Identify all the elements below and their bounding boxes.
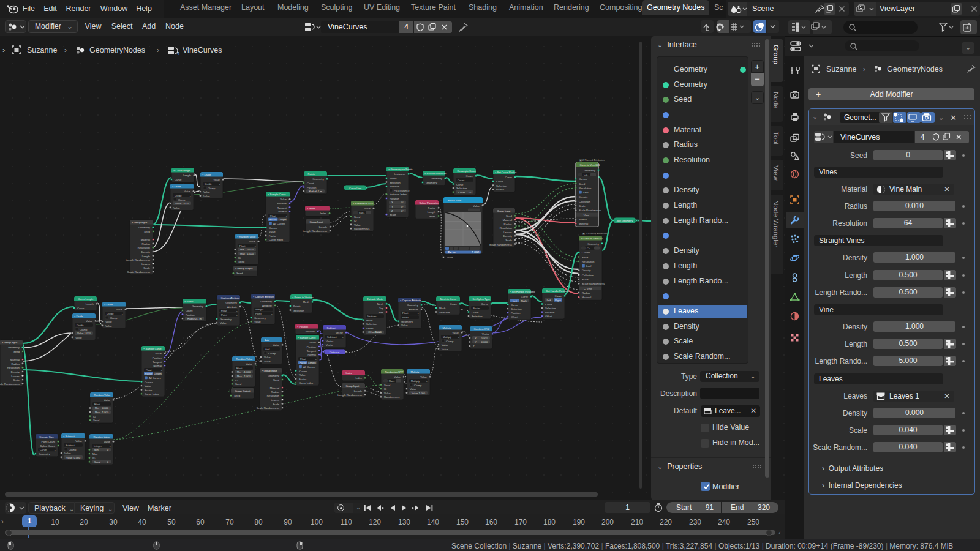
svg-text:Value: Value <box>104 399 110 402</box>
svg-text:Curve: Curve <box>481 302 489 305</box>
svg-text:Resolution: Resolution <box>138 246 151 249</box>
svg-text:Group Output: Group Output <box>238 267 254 270</box>
svg-text:Leaves: Leaves <box>141 263 150 266</box>
svg-text:Material: Material <box>270 386 279 389</box>
svg-text:Scale Randomness: Scale Randomness <box>489 243 512 246</box>
svg-text:-1.000: -1.000 <box>243 370 251 373</box>
svg-text:Position: Position <box>306 330 315 333</box>
svg-text:⌄: ⌄ <box>109 403 111 406</box>
svg-text:Point: Point <box>255 312 262 315</box>
svg-text:▣ 2 Named Attributes: ▣ 2 Named Attributes <box>582 232 608 235</box>
svg-text:Instances: Instances <box>394 173 405 176</box>
svg-text:Length Randomness: Length Randomness <box>126 258 150 261</box>
svg-text:Value: Value <box>66 456 73 459</box>
svg-text:Leaves: Leaves <box>11 375 20 378</box>
svg-text:Curves: Curves <box>582 251 590 254</box>
svg-text:Density: Density <box>503 234 513 238</box>
svg-text:Offset: Offset <box>545 315 552 318</box>
svg-text:0°: 0° <box>401 205 404 208</box>
svg-text:Seed: Seed <box>93 419 100 422</box>
svg-text:Point: Point <box>402 316 409 319</box>
svg-text:Randomness: Randomness <box>384 395 399 399</box>
svg-text:Divide: Divide <box>107 303 114 306</box>
svg-text:⌄: ⌄ <box>74 314 76 317</box>
svg-text:Mesh to Curve: Mesh to Curve <box>440 298 457 301</box>
svg-text:Leaves: Leaves <box>503 231 512 234</box>
svg-text:Value: Value <box>442 343 448 347</box>
svg-text:Curve: Curve <box>175 178 182 181</box>
svg-text:0.1 m: 0.1 m <box>316 190 323 193</box>
svg-text:⌄: ⌄ <box>426 380 428 383</box>
svg-text:Material: Material <box>582 296 591 299</box>
svg-text:Value: Value <box>249 240 255 243</box>
svg-text:Integer: Integer <box>255 308 264 311</box>
svg-text:Value: Value <box>184 190 190 193</box>
svg-text:Radius: Radius <box>579 218 587 221</box>
svg-text:Selection: Selection <box>293 309 304 312</box>
svg-text:Factor: Factor <box>270 218 277 221</box>
svg-text:Curve: Curve <box>496 180 503 183</box>
svg-text:X: X <box>391 201 393 204</box>
svg-text:Radius: Radius <box>187 317 195 320</box>
svg-text:Curve: Curve <box>450 302 458 305</box>
svg-text:Leaves: Leaves <box>271 399 279 402</box>
svg-text:Float: Float <box>221 309 227 312</box>
svg-text:Mesh: Mesh <box>439 307 446 310</box>
svg-text:⌄: ⌄ <box>471 327 473 330</box>
svg-text:Value: Value <box>280 198 287 201</box>
svg-text:Geometry: Geometry <box>220 318 232 321</box>
svg-text:⌄: ⌄ <box>202 173 204 176</box>
svg-text:Material: Material <box>503 219 512 222</box>
svg-text:Seed: Seed <box>235 383 242 386</box>
svg-text:Seed: Seed <box>236 272 243 275</box>
svg-text:Length: Length <box>154 372 162 375</box>
svg-text:Radius: Radius <box>496 188 504 191</box>
svg-text:⌄: ⌄ <box>160 369 163 372</box>
svg-text:Max: Max <box>237 375 243 378</box>
svg-text:Scale: Scale <box>143 266 150 269</box>
svg-text:Tangent: Tangent <box>307 350 317 353</box>
svg-text:Random Value: Random Value <box>236 358 254 361</box>
svg-text:0.1 m: 0.1 m <box>195 317 202 320</box>
svg-text:Mesh: Mesh <box>303 301 309 304</box>
svg-text:Curve Index: Curve Index <box>269 238 284 241</box>
svg-text:⌄: ⌄ <box>454 169 457 172</box>
svg-text:Float: Float <box>402 312 409 315</box>
svg-text:⌄: ⌄ <box>352 201 355 204</box>
svg-text:⌄: ⌄ <box>424 171 426 174</box>
svg-text:Geometry: Geometry <box>260 300 273 303</box>
svg-text:Seed: Seed <box>238 260 245 263</box>
svg-text:Max: Max <box>92 452 98 455</box>
svg-text:⌄: ⌄ <box>342 335 344 339</box>
svg-text:Clamp: Clamp <box>446 340 454 343</box>
svg-text:Clamp: Clamp <box>178 198 186 201</box>
svg-text:Length Randomness: Length Randomness <box>337 394 362 397</box>
svg-text:Instance: Instance <box>390 185 400 188</box>
svg-text:⌄ Vine: ⌄ Vine <box>581 214 589 217</box>
svg-text:Value: Value <box>75 336 82 339</box>
svg-text:Normal: Normal <box>153 364 162 367</box>
svg-text:Selection: Selection <box>496 184 507 187</box>
svg-text:⌄: ⌄ <box>254 244 257 247</box>
svg-text:Add: Add <box>265 348 270 351</box>
svg-text:Index: Index <box>346 372 352 375</box>
svg-text:⌄: ⌄ <box>292 295 294 298</box>
svg-text:Divide: Divide <box>175 194 182 197</box>
svg-text:Min: Min <box>237 370 241 373</box>
svg-text:⌄: ⌄ <box>104 302 106 305</box>
svg-text:⌄: ⌄ <box>233 357 236 360</box>
svg-text:Z: Z <box>391 209 393 212</box>
svg-text:Subtract: Subtract <box>327 335 337 339</box>
svg-text:⌄: ⌄ <box>296 324 299 328</box>
svg-text:Geometry: Geometry <box>138 226 151 229</box>
svg-text:Geometry: Geometry <box>254 317 266 320</box>
svg-text:Point: Point <box>221 313 227 317</box>
svg-text:Value: Value <box>145 384 151 388</box>
svg-text:0°: 0° <box>401 209 404 212</box>
svg-text:Attribute: Attribute <box>409 308 419 311</box>
svg-text:Right: Right <box>521 299 527 302</box>
svg-text:Geometry: Geometry <box>268 374 280 377</box>
svg-text:⌄: ⌄ <box>382 315 385 318</box>
svg-text:Material: Material <box>579 222 588 225</box>
svg-text:Spline Parameter: Spline Parameter <box>420 201 439 204</box>
